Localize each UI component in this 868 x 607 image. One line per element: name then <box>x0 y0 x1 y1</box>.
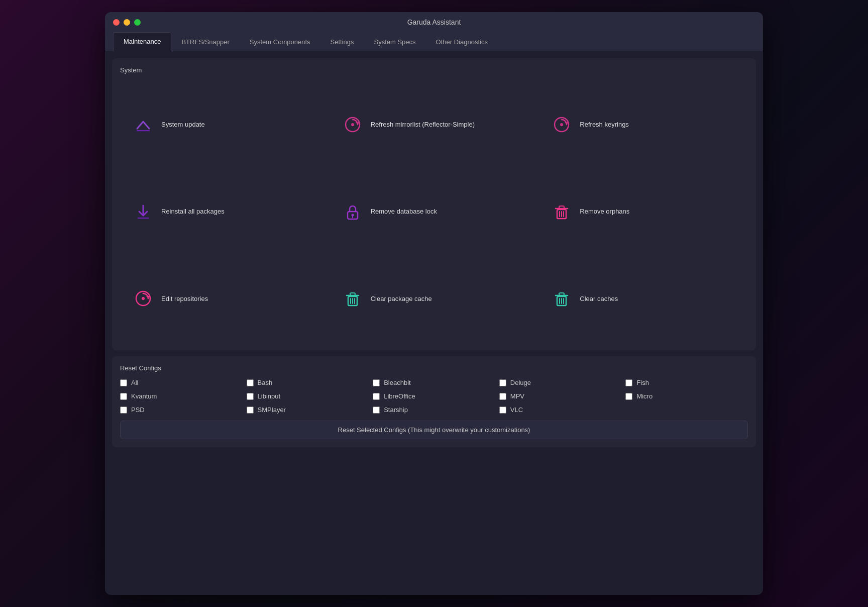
reset-selected-button[interactable]: Reset Selected Configs (This might overw… <box>120 421 748 439</box>
checkbox-fish[interactable]: Fish <box>625 379 748 386</box>
svg-point-3 <box>351 123 354 126</box>
main-window: Garuda Assistant Maintenance BTRFS/Snapp… <box>105 12 763 595</box>
checkbox-psd[interactable]: PSD <box>120 406 243 414</box>
system-update-action[interactable]: System update <box>120 81 330 168</box>
tab-bar: Maintenance BTRFS/Snapper System Compone… <box>105 32 763 51</box>
remove-db-lock-label: Remove database lock <box>371 208 437 215</box>
svg-rect-23 <box>350 293 355 295</box>
reset-configs-section: Reset Configs All Bash Bleachbit Delu <box>112 356 756 447</box>
checkbox-vlc-input[interactable] <box>499 407 506 414</box>
window-title: Garuda Assistant <box>407 18 461 26</box>
refresh-keyrings-label: Refresh keyrings <box>580 121 629 128</box>
checkbox-fish-input[interactable] <box>625 379 632 386</box>
checkbox-mpv[interactable]: MPV <box>499 392 622 400</box>
checkbox-smplayer-input[interactable] <box>247 407 254 414</box>
window-controls <box>113 19 141 26</box>
checkbox-vlc-label: VLC <box>510 406 523 414</box>
checkbox-all-input[interactable] <box>120 379 127 386</box>
trash-teal-icon <box>342 287 364 310</box>
svg-point-6 <box>560 123 563 126</box>
refresh-mirrorlist-action[interactable]: Refresh mirrorlist (Reflector-Simple) <box>330 81 539 168</box>
svg-rect-29 <box>559 293 564 295</box>
minimize-button[interactable] <box>124 19 130 26</box>
checkbox-vlc[interactable]: VLC <box>499 406 622 414</box>
refresh-circle-pink-icon <box>132 287 154 310</box>
checkbox-starship-input[interactable] <box>373 407 380 414</box>
checkbox-bleachbit[interactable]: Bleachbit <box>373 379 495 386</box>
svg-point-20 <box>142 297 145 300</box>
remove-orphans-label: Remove orphans <box>580 208 629 215</box>
checkbox-libinput[interactable]: Libinput <box>247 392 369 400</box>
checkbox-mpv-input[interactable] <box>499 393 506 400</box>
titlebar: Garuda Assistant <box>105 12 763 32</box>
checkbox-bash-label: Bash <box>258 379 273 386</box>
checkbox-deluge-label: Deluge <box>510 379 531 386</box>
checkbox-libinput-label: Libinput <box>258 392 281 400</box>
checkbox-micro-input[interactable] <box>625 393 632 400</box>
trash-teal-2-icon <box>551 287 573 310</box>
main-content: System System update <box>105 51 763 595</box>
system-section-title: System <box>120 66 748 74</box>
clear-caches-label: Clear caches <box>580 295 618 302</box>
checkbox-micro[interactable]: Micro <box>625 392 748 400</box>
remove-db-lock-action[interactable]: Remove database lock <box>330 168 539 255</box>
checkbox-mpv-label: MPV <box>510 392 524 400</box>
checkbox-kvantum-label: Kvantum <box>131 392 157 400</box>
system-section: System System update <box>112 58 756 350</box>
checkbox-bash-input[interactable] <box>247 379 254 386</box>
checkbox-deluge[interactable]: Deluge <box>499 379 622 386</box>
close-button[interactable] <box>113 19 120 26</box>
checkbox-bash[interactable]: Bash <box>247 379 369 386</box>
refresh-circle-icon <box>342 114 364 136</box>
edit-repos-label: Edit repositories <box>161 295 208 302</box>
clear-caches-action[interactable]: Clear caches <box>538 255 748 342</box>
checkbox-kvantum[interactable]: Kvantum <box>120 392 243 400</box>
checkbox-smplayer[interactable]: SMPlayer <box>247 406 369 414</box>
download-icon <box>132 200 154 223</box>
clear-pkg-cache-label: Clear package cache <box>371 295 432 302</box>
refresh-mirrorlist-label: Refresh mirrorlist (Reflector-Simple) <box>371 121 475 128</box>
tab-system-components[interactable]: System Components <box>240 32 320 51</box>
remove-orphans-action[interactable]: Remove orphans <box>538 168 748 255</box>
checkbox-micro-label: Micro <box>636 392 653 400</box>
checkbox-kvantum-input[interactable] <box>120 393 127 400</box>
reset-configs-title: Reset Configs <box>120 364 748 372</box>
checkbox-psd-input[interactable] <box>120 407 127 414</box>
checkbox-libreoffice-input[interactable] <box>373 393 380 400</box>
checkbox-fish-label: Fish <box>636 379 649 386</box>
clear-pkg-cache-action[interactable]: Clear package cache <box>330 255 539 342</box>
trash-pink-icon <box>551 200 573 223</box>
checkboxes-grid: All Bash Bleachbit Deluge Fish <box>120 379 748 414</box>
system-update-label: System update <box>161 121 205 128</box>
checkbox-starship[interactable]: Starship <box>373 406 495 414</box>
tab-settings[interactable]: Settings <box>320 32 364 51</box>
checkbox-bleachbit-label: Bleachbit <box>384 379 410 386</box>
reinstall-packages-label: Reinstall all packages <box>161 208 225 215</box>
checkbox-libinput-input[interactable] <box>247 393 254 400</box>
checkbox-libreoffice[interactable]: LibreOffice <box>373 392 495 400</box>
refresh-keyrings-icon <box>551 114 573 136</box>
chevron-up-icon <box>132 114 154 136</box>
checkbox-all-label: All <box>131 379 138 386</box>
checkbox-psd-label: PSD <box>131 406 145 414</box>
lock-icon <box>342 200 364 223</box>
tab-btrfs[interactable]: BTRFS/Snapper <box>171 32 239 51</box>
checkbox-starship-label: Starship <box>384 406 408 414</box>
maximize-button[interactable] <box>134 19 141 26</box>
edit-repos-action[interactable]: Edit repositories <box>120 255 330 342</box>
tab-other-diagnostics[interactable]: Other Diagnostics <box>426 32 498 51</box>
refresh-keyrings-action[interactable]: Refresh keyrings <box>538 81 748 168</box>
system-actions-grid: System update Refresh mirrorlist (Reflec… <box>120 81 748 342</box>
tab-system-specs[interactable]: System Specs <box>364 32 425 51</box>
checkbox-smplayer-label: SMPlayer <box>258 406 286 414</box>
checkbox-all[interactable]: All <box>120 379 243 386</box>
checkbox-deluge-input[interactable] <box>499 379 506 386</box>
checkbox-libreoffice-label: LibreOffice <box>384 392 415 400</box>
tab-maintenance[interactable]: Maintenance <box>113 32 171 51</box>
reinstall-packages-action[interactable]: Reinstall all packages <box>120 168 330 255</box>
checkbox-bleachbit-input[interactable] <box>373 379 380 386</box>
svg-rect-14 <box>559 206 564 209</box>
